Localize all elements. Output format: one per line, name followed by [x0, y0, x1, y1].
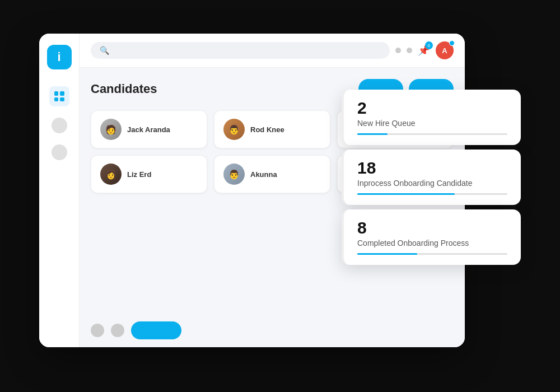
bottom-dot-2 [111, 324, 124, 337]
stat-bar-fill [357, 193, 455, 195]
candidate-card[interactable]: 👩Liz Erd [91, 155, 207, 193]
stat-bar [357, 193, 507, 195]
candidate-card[interactable]: 👨Akunna [214, 155, 330, 193]
bottom-action-button[interactable] [131, 321, 181, 339]
stat-label: Inprocess Onboarding Candidate [357, 179, 507, 188]
stat-number: 18 [357, 160, 507, 176]
stat-number: 8 [357, 220, 507, 236]
top-bar-actions: 📌 6 A [395, 41, 454, 59]
sidebar-item-nav1[interactable] [52, 118, 67, 133]
sidebar-item-nav2[interactable] [52, 144, 67, 160]
candidate-card[interactable]: 🧑Jack Aranda [91, 110, 207, 148]
search-bar[interactable]: 🔍 [91, 42, 390, 59]
scene: i 🔍 📌 [39, 34, 521, 358]
stat-bar [357, 253, 507, 255]
search-icon: 🔍 [100, 46, 109, 55]
candidate-avatar: 👨 [223, 119, 245, 140]
nav-dot-1 [395, 48, 401, 53]
nav-dot-2 [407, 48, 412, 53]
sidebar-item-dashboard[interactable] [49, 86, 69, 106]
candidate-card[interactable]: 👨Rod Knee [214, 110, 330, 148]
logo[interactable]: i [47, 45, 72, 69]
stats-overlay: 2New Hire Queue18Inprocess Onboarding Ca… [342, 90, 521, 265]
bottom-bar [80, 314, 465, 347]
candidate-name: Akunna [250, 170, 277, 179]
stat-card: 2New Hire Queue [342, 90, 521, 145]
avatar[interactable]: A [436, 41, 454, 59]
stat-number: 2 [357, 100, 507, 116]
bottom-dot-1 [91, 324, 104, 337]
avatar-online-badge [449, 40, 455, 46]
candidate-name: Rod Knee [250, 125, 284, 134]
candidate-name: Liz Erd [127, 170, 151, 179]
page-title: Candidates [91, 82, 157, 96]
candidate-avatar: 🧑 [100, 119, 122, 140]
notification-wrapper: 📌 6 [418, 44, 430, 57]
notification-badge: 6 [425, 41, 433, 49]
stat-card: 18Inprocess Onboarding Candidate [342, 150, 521, 205]
stat-bar [357, 133, 507, 135]
candidate-avatar: 👨 [223, 164, 245, 185]
stat-label: Completed Onboarding Process [357, 239, 507, 248]
candidate-name: Jack Aranda [127, 125, 170, 134]
top-bar: 🔍 📌 6 A [80, 34, 465, 68]
grid-icon [54, 91, 64, 101]
stat-bar-fill [357, 253, 417, 255]
stat-label: New Hire Queue [357, 119, 507, 128]
stat-card: 8Completed Onboarding Process [342, 209, 521, 265]
sidebar: i [39, 34, 80, 347]
search-input[interactable] [114, 46, 381, 55]
stat-bar-fill [357, 133, 388, 135]
candidate-avatar: 👩 [100, 164, 122, 185]
